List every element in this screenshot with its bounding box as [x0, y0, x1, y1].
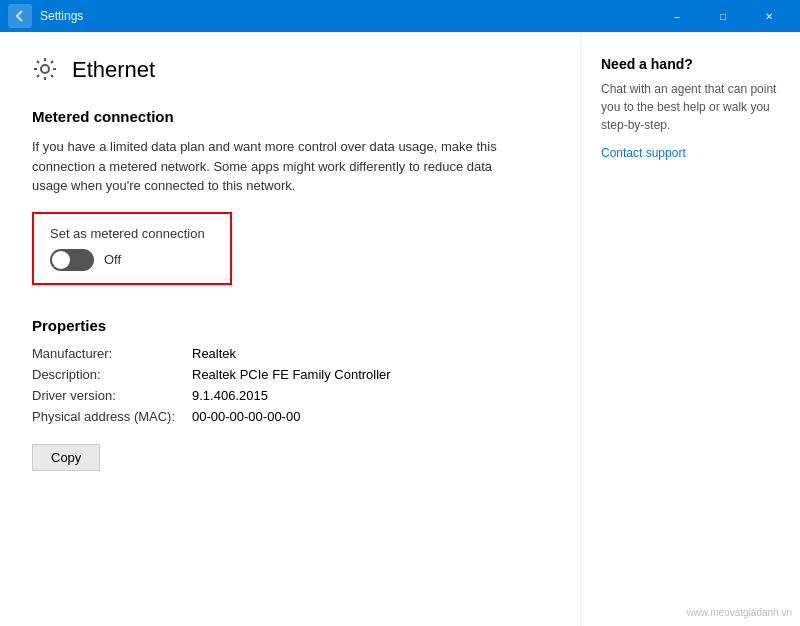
- page-title: Ethernet: [72, 57, 155, 83]
- table-row: Driver version: 9.1.406.2015: [32, 388, 548, 403]
- main-container: Ethernet Metered connection If you have …: [0, 32, 800, 626]
- prop-value-driver: 9.1.406.2015: [192, 388, 268, 403]
- toggle-thumb: [52, 251, 70, 269]
- page-header: Ethernet: [32, 56, 548, 84]
- watermark-url: www.meovatgiadanh.vn: [686, 607, 792, 618]
- back-button[interactable]: [8, 4, 32, 28]
- window-controls: – □ ✕: [654, 0, 792, 32]
- metered-toggle[interactable]: [50, 249, 94, 271]
- maximize-button[interactable]: □: [700, 0, 746, 32]
- toggle-label: Set as metered connection: [50, 226, 214, 241]
- minimize-button[interactable]: –: [654, 0, 700, 32]
- ethernet-icon: [32, 56, 60, 84]
- close-button[interactable]: ✕: [746, 0, 792, 32]
- toggle-row: Off: [50, 249, 214, 271]
- table-row: Physical address (MAC): 00-00-00-00-00-0…: [32, 409, 548, 424]
- metered-section: Metered connection If you have a limited…: [32, 108, 548, 313]
- table-row: Manufacturer: Realtek: [32, 346, 548, 361]
- properties-table: Manufacturer: Realtek Description: Realt…: [32, 346, 548, 424]
- help-title: Need a hand?: [601, 56, 780, 72]
- titlebar: Settings – □ ✕: [0, 0, 800, 32]
- properties-title: Properties: [32, 317, 548, 334]
- table-row: Description: Realtek PCIe FE Family Cont…: [32, 367, 548, 382]
- prop-key-description: Description:: [32, 367, 192, 382]
- prop-key-manufacturer: Manufacturer:: [32, 346, 192, 361]
- window-title: Settings: [40, 9, 654, 23]
- metered-section-title: Metered connection: [32, 108, 548, 125]
- copy-button[interactable]: Copy: [32, 444, 100, 471]
- prop-value-mac: 00-00-00-00-00-00: [192, 409, 300, 424]
- svg-point-0: [41, 65, 49, 73]
- metered-description: If you have a limited data plan and want…: [32, 137, 512, 196]
- prop-key-mac: Physical address (MAC):: [32, 409, 192, 424]
- prop-key-driver: Driver version:: [32, 388, 192, 403]
- toggle-state-label: Off: [104, 252, 121, 267]
- content-area: Ethernet Metered connection If you have …: [0, 32, 580, 626]
- prop-value-description: Realtek PCIe FE Family Controller: [192, 367, 391, 382]
- contact-support-link[interactable]: Contact support: [601, 146, 686, 160]
- properties-section: Properties Manufacturer: Realtek Descrip…: [32, 317, 548, 471]
- metered-box: Set as metered connection Off: [32, 212, 232, 285]
- watermark: www.meovatgiadanh.vn: [686, 607, 792, 618]
- right-sidebar: Need a hand? Chat with an agent that can…: [580, 32, 800, 626]
- help-text: Chat with an agent that can point you to…: [601, 80, 780, 134]
- prop-value-manufacturer: Realtek: [192, 346, 236, 361]
